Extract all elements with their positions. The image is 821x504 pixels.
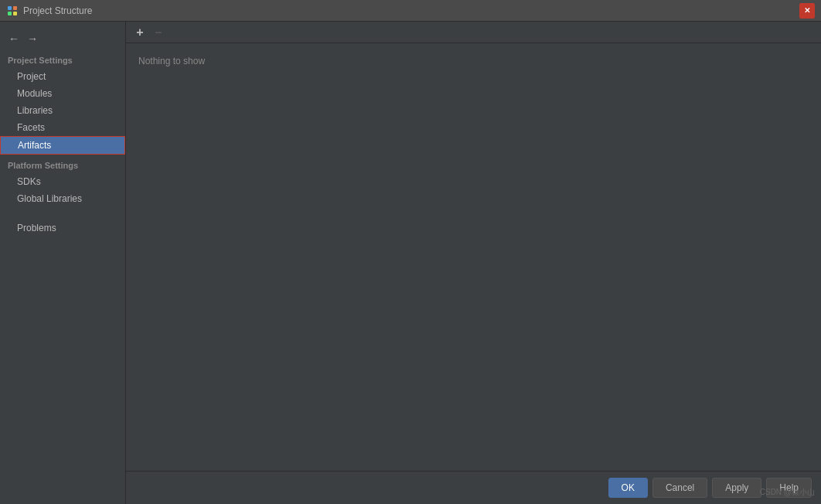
project-settings-section: Project Settings	[0, 49, 125, 68]
bottom-bar: OK Cancel Apply Help	[126, 471, 821, 504]
sidebar-item-problems[interactable]: Problems	[0, 220, 125, 237]
svg-rect-1	[13, 6, 17, 10]
sidebar-item-sdks[interactable]: SDKs	[0, 173, 125, 190]
svg-rect-0	[8, 6, 12, 10]
remove-button[interactable]: –	[151, 25, 166, 40]
content-area: Nothing to show	[126, 43, 821, 471]
sidebar: ← → Project Settings Project Modules Lib…	[0, 22, 126, 504]
platform-settings-section: Platform Settings	[0, 155, 125, 173]
back-arrow[interactable]: ←	[6, 31, 22, 46]
svg-rect-2	[8, 12, 12, 15]
main-layout: ← → Project Settings Project Modules Lib…	[0, 22, 821, 504]
sidebar-item-libraries[interactable]: Libraries	[0, 102, 125, 119]
empty-message: Nothing to show	[138, 56, 205, 66]
watermark: CSDN @猿小山	[760, 487, 815, 498]
add-button[interactable]: +	[132, 25, 148, 40]
forward-arrow[interactable]: →	[25, 31, 40, 46]
window-title: Project Structure	[23, 5, 799, 16]
sidebar-item-artifacts[interactable]: Artifacts	[0, 136, 125, 155]
title-bar: Project Structure ✕	[0, 0, 821, 22]
sidebar-item-project[interactable]: Project	[0, 68, 125, 85]
app-icon	[6, 5, 19, 17]
nav-arrows: ← →	[0, 28, 125, 49]
close-button[interactable]: ✕	[799, 3, 815, 19]
sidebar-item-global-libraries[interactable]: Global Libraries	[0, 190, 125, 207]
right-panel: + – Nothing to show OK Cancel Apply Help	[126, 22, 821, 504]
cancel-button[interactable]: Cancel	[652, 478, 707, 498]
ok-button[interactable]: OK	[608, 478, 648, 498]
sidebar-item-facets[interactable]: Facets	[0, 119, 125, 136]
sidebar-item-modules[interactable]: Modules	[0, 85, 125, 102]
svg-rect-3	[13, 12, 17, 15]
artifacts-toolbar: + –	[126, 22, 821, 43]
apply-button[interactable]: Apply	[712, 478, 761, 498]
